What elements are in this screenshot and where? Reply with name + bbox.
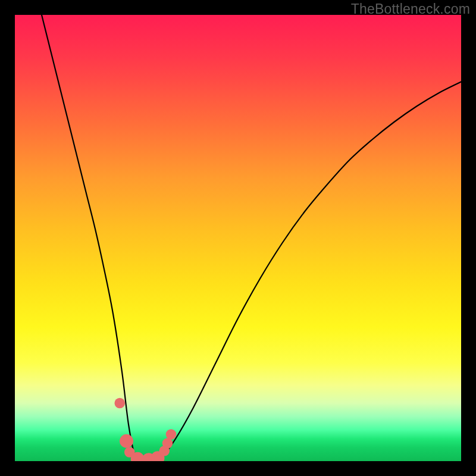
bottleneck-curve <box>42 15 461 461</box>
plot-gradient-area <box>15 15 461 461</box>
curve-markers <box>114 398 176 461</box>
chart-frame: TheBottleneck.com <box>0 0 476 476</box>
curve-marker <box>162 438 173 449</box>
curve-marker <box>114 398 125 409</box>
curve-marker <box>166 429 177 440</box>
bottleneck-curve-svg <box>15 15 461 461</box>
curve-marker <box>120 434 133 448</box>
